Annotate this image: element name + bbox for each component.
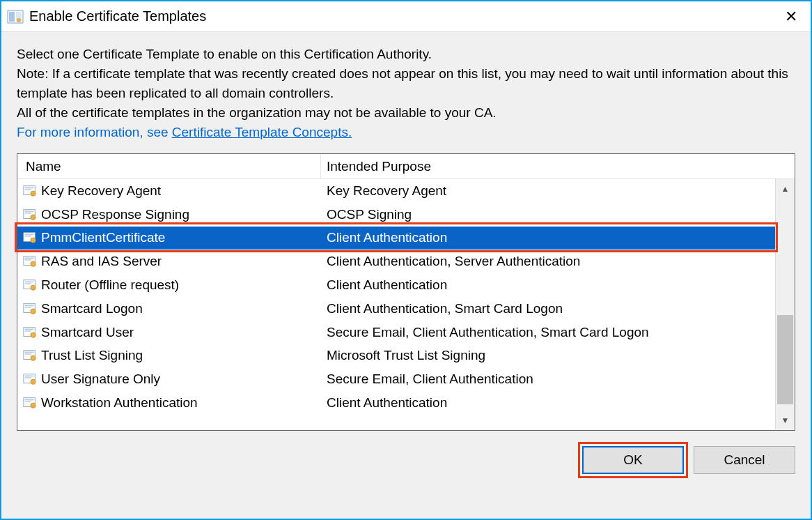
template-name: Router (Offline request) [38,277,321,293]
instruction-line: All of the certificate templates in the … [17,105,497,120]
certificate-icon [17,391,38,415]
template-name: Trust List Signing [38,348,321,363]
template-purpose: Secure Email, Client Authentication, Sma… [321,325,775,340]
template-purpose: Key Recovery Agent [321,183,775,199]
svg-point-35 [31,355,36,360]
template-purpose: Client Authentication, Smart Card Logon [321,301,775,316]
svg-point-23 [31,285,36,290]
svg-rect-10 [25,213,31,213]
cancel-button[interactable]: Cancel [694,446,795,474]
window-title: Enable Certificate Templates [29,8,769,24]
svg-rect-14 [25,236,31,237]
titlebar: Enable Certificate Templates ✕ [1,1,811,32]
template-purpose: Client Authentication, Server Authentica… [321,254,775,269]
template-name: Smartcard Logon [38,301,321,316]
svg-rect-9 [25,211,34,212]
template-name: Workstation Authentication [38,395,321,411]
svg-point-43 [31,403,36,408]
svg-rect-42 [25,401,31,402]
svg-rect-38 [25,378,31,378]
svg-rect-18 [25,260,31,261]
template-name: PmmClientCertificate [38,230,321,245]
svg-point-27 [31,309,36,314]
template-row[interactable]: Smartcard LogonClient Authentication, Sm… [17,297,775,321]
template-rows: Key Recovery AgentKey Recovery Agent OCS… [17,179,775,430]
scrollbar[interactable]: ▲ ▼ [775,179,795,430]
svg-rect-1 [9,12,15,22]
template-row[interactable]: Workstation AuthenticationClient Authent… [17,391,775,415]
certificate-icon [17,179,38,203]
instruction-line: Note: If a certificate template that was… [17,66,788,100]
template-purpose: Client Authentication [321,277,775,293]
certificate-icon [17,344,38,368]
scroll-track[interactable] [776,199,795,411]
svg-rect-25 [25,305,34,306]
dialog-window: Enable Certificate Templates ✕ Select on… [0,0,812,520]
template-purpose: OCSP Signing [321,207,775,222]
svg-rect-22 [25,283,31,284]
template-purpose: Client Authentication [321,395,775,411]
template-name: Key Recovery Agent [38,183,321,199]
template-name: Smartcard User [38,325,321,340]
template-row[interactable]: PmmClientCertificateClient Authenticatio… [17,227,775,250]
svg-rect-34 [25,354,31,355]
svg-rect-21 [25,282,34,283]
svg-rect-30 [25,330,31,331]
template-row[interactable]: Smartcard UserSecure Email, Client Authe… [17,321,775,344]
template-purpose: Secure Email, Client Authentication [321,372,775,387]
certificate-icon [17,321,38,344]
template-row[interactable]: OCSP Response SigningOCSP Signing [17,203,775,227]
svg-point-19 [31,261,36,266]
svg-point-3 [17,18,21,22]
certificate-icon [17,273,38,297]
certificate-icon [17,297,38,321]
instruction-line: Select one Certificate Template to enabl… [17,47,432,61]
svg-point-15 [31,238,36,243]
svg-rect-17 [25,258,34,259]
ok-button[interactable]: OK [582,446,684,474]
template-purpose: Microsoft Trust List Signing [321,348,775,363]
instructions-text: Select one Certificate Template to enabl… [17,45,795,142]
more-info-link[interactable]: Certificate Template Concepts. [172,125,352,139]
dialog-body: Select one Certificate Template to enabl… [1,32,811,519]
app-icon [7,8,24,25]
certificate-icon [17,227,38,250]
more-info-line: For more information, see Certificate Te… [17,125,352,139]
scroll-thumb[interactable] [777,315,793,404]
dialog-buttons: OK Cancel [17,446,795,474]
template-name: OCSP Response Signing [38,207,321,222]
scroll-down-button[interactable]: ▼ [776,411,795,430]
more-info-prefix: For more information, see [17,125,172,139]
template-purpose: Client Authentication [321,230,775,245]
svg-point-31 [31,332,36,337]
svg-rect-29 [25,328,34,330]
scroll-up-button[interactable]: ▲ [776,179,795,199]
svg-point-39 [31,379,36,384]
column-header-name[interactable]: Name [17,154,321,178]
template-name: User Signature Only [38,372,321,387]
certificate-icon [17,367,38,391]
template-row[interactable]: User Signature OnlySecure Email, Client … [17,367,775,391]
template-listbox: Name Intended Purpose Key Recovery Agent… [17,153,795,431]
column-header-purpose[interactable]: Intended Purpose [321,154,775,178]
template-row[interactable]: Key Recovery AgentKey Recovery Agent [17,179,775,203]
svg-point-7 [31,191,36,196]
certificate-icon [17,203,38,227]
template-name: RAS and IAS Server [38,254,321,269]
column-headers: Name Intended Purpose [17,154,795,179]
template-row[interactable]: Trust List SigningMicrosoft Trust List S… [17,344,775,368]
template-row[interactable]: RAS and IAS ServerClient Authentication,… [17,250,775,273]
svg-rect-6 [25,189,31,190]
svg-rect-26 [25,307,31,307]
svg-rect-33 [25,352,34,353]
svg-rect-5 [25,187,34,188]
svg-rect-13 [25,234,34,236]
svg-rect-41 [25,399,34,401]
close-button[interactable]: ✕ [774,1,808,31]
svg-point-11 [31,215,36,220]
certificate-icon [17,250,38,273]
template-row[interactable]: Router (Offline request)Client Authentic… [17,273,775,297]
svg-rect-37 [25,376,34,377]
